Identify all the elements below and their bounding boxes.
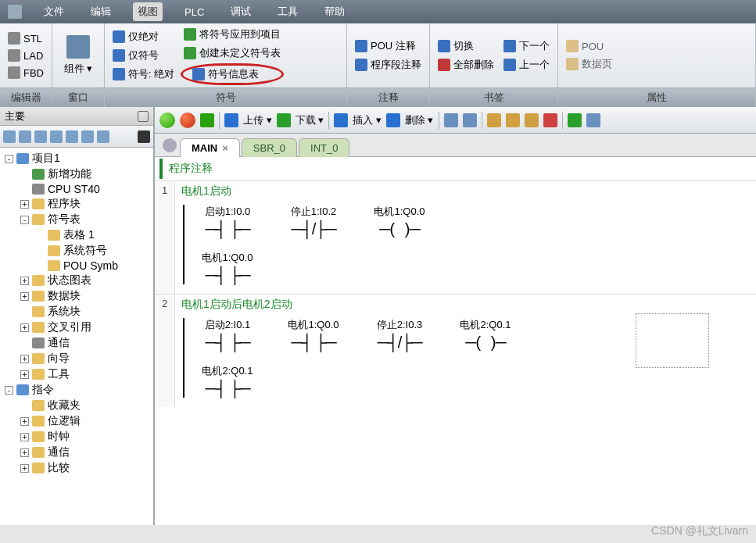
expand-icon[interactable]: + xyxy=(20,200,29,209)
tree-node[interactable]: 新增功能 xyxy=(2,166,152,182)
ladder-element[interactable]: 电机1:Q0.0─( )─ xyxy=(357,205,442,238)
tree-node[interactable]: -项目1 xyxy=(2,151,152,166)
ladder-element[interactable]: 停止1:I0.2─┤/├─ xyxy=(271,205,357,238)
component-button[interactable]: 组件 ▾ xyxy=(57,32,99,79)
expand-icon[interactable]: - xyxy=(5,386,13,395)
tree-node[interactable]: -指令 xyxy=(2,382,152,398)
tree-node[interactable]: +程序块 xyxy=(2,196,152,212)
next-bm-button[interactable]: 下一个 xyxy=(500,38,553,55)
ladder-element[interactable]: 电机2:Q0.1─┤ ├─ xyxy=(185,364,271,398)
expand-icon[interactable]: - xyxy=(5,155,13,163)
expand-icon[interactable]: + xyxy=(20,433,29,441)
project-tree[interactable]: -项目1新增功能CPU ST40+程序块-符号表表格 1系统符号POU Symb… xyxy=(0,148,153,525)
network-title[interactable]: 电机1启动后电机2启动 xyxy=(181,298,750,312)
ladder-element[interactable]: 电机1:Q0.0─┤ ├─ xyxy=(271,318,357,352)
toggle-bm-button[interactable]: 切换 xyxy=(435,38,497,55)
delete-button[interactable]: 删除 ▾ xyxy=(405,113,434,127)
abs-only-button[interactable]: 仅绝对 xyxy=(109,28,177,45)
menu-edit[interactable]: 编辑 xyxy=(86,2,116,21)
tab-main[interactable]: MAIN × xyxy=(180,138,240,157)
expand-icon[interactable]: + xyxy=(20,323,29,332)
tab-int0[interactable]: INT_0 xyxy=(299,138,349,157)
expand-icon[interactable]: + xyxy=(20,292,29,301)
stl-button[interactable]: STL xyxy=(5,30,47,46)
expand-icon[interactable]: + xyxy=(20,370,29,379)
apply-sym-button[interactable]: 将符号应用到项目 xyxy=(181,26,284,43)
menu-debug[interactable]: 调试 xyxy=(226,2,256,21)
tree-node[interactable]: +数据块 xyxy=(2,288,152,304)
program-comment[interactable]: 程序注释 xyxy=(159,159,751,179)
panel-btn-7[interactable] xyxy=(97,130,109,143)
fbd-button[interactable]: FBD xyxy=(5,65,47,80)
tree-node[interactable]: +位逻辑 xyxy=(2,413,152,429)
panel-btn-1[interactable] xyxy=(3,130,16,143)
ladder-element[interactable]: 启动2:I0.1─┤ ├─ xyxy=(185,318,271,352)
pin-icon[interactable] xyxy=(138,111,149,122)
tree-node[interactable]: 通信 xyxy=(2,335,152,351)
insert-button[interactable]: 插入 ▾ xyxy=(353,113,382,127)
program-area[interactable]: 程序注释 1电机1启动启动1:I0.0─┤ ├─停止1:I0.2─┤/├─电机1… xyxy=(155,157,756,525)
expand-icon[interactable]: + xyxy=(20,277,29,285)
expand-icon[interactable]: + xyxy=(20,448,29,457)
menu-tools[interactable]: 工具 xyxy=(273,2,303,21)
expand-icon[interactable]: - xyxy=(20,216,29,224)
menu-file[interactable]: 文件 xyxy=(39,2,69,21)
net-comment-button[interactable]: 程序段注释 xyxy=(352,56,425,73)
pou-comment-button[interactable]: POU 注释 xyxy=(352,38,425,55)
tree-node[interactable]: POU Symb xyxy=(2,259,152,273)
tree-node[interactable]: +状态图表 xyxy=(2,273,152,288)
panel-btn-3[interactable] xyxy=(34,130,47,143)
tb-7[interactable] xyxy=(568,113,582,127)
network-body[interactable]: 电机1启动启动1:I0.0─┤ ├─停止1:I0.2─┤/├─电机1:Q0.0─… xyxy=(175,181,756,294)
prev-bm-button[interactable]: 上一个 xyxy=(500,56,553,73)
check-button[interactable] xyxy=(200,113,214,127)
network-title[interactable]: 电机1启动 xyxy=(181,184,750,198)
create-sym-button[interactable]: 创建未定义符号表 xyxy=(181,45,284,62)
tb-5[interactable] xyxy=(525,113,539,127)
panel-btn-6[interactable] xyxy=(81,130,94,143)
expand-icon[interactable]: + xyxy=(20,464,29,473)
ladder[interactable]: 启动1:I0.0─┤ ├─停止1:I0.2─┤/├─电机1:Q0.0─( )─电… xyxy=(183,205,750,284)
tree-node[interactable]: 表格 1 xyxy=(2,227,152,243)
tree-node[interactable]: +比较 xyxy=(2,460,152,476)
upload-button[interactable]: 上传 ▾ xyxy=(243,113,272,127)
close-icon[interactable]: × xyxy=(222,142,228,154)
tb-3[interactable] xyxy=(487,113,501,127)
ladder-element[interactable]: 启动1:I0.0─┤ ├─ xyxy=(185,205,271,238)
tree-node[interactable]: +通信 xyxy=(2,445,152,460)
tree-node[interactable]: +工具 xyxy=(2,366,152,382)
tree-node[interactable]: 系统块 xyxy=(2,304,152,320)
tree-node[interactable]: 系统符号 xyxy=(2,243,152,259)
panel-btn-5[interactable] xyxy=(66,130,78,143)
tree-node[interactable]: CPU ST40 xyxy=(2,182,152,196)
tree-node[interactable]: -符号表 xyxy=(2,212,152,227)
expand-icon[interactable]: + xyxy=(20,417,29,426)
ladder-element[interactable]: 电机2:Q0.1─( )─ xyxy=(442,318,528,352)
stop-button[interactable] xyxy=(180,113,195,128)
tree-node[interactable]: +时钟 xyxy=(2,429,152,445)
tab-sbr0[interactable]: SBR_0 xyxy=(242,138,297,157)
pou-prop-button[interactable]: POU xyxy=(563,38,615,54)
menu-view[interactable]: 视图 xyxy=(133,2,163,21)
tb-1[interactable] xyxy=(444,113,458,127)
ladder-element[interactable]: 电机1:Q0.0─┤ ├─ xyxy=(185,251,271,284)
sym-abs-button[interactable]: 符号: 绝对 xyxy=(109,66,177,83)
tree-node[interactable]: 收藏夹 xyxy=(2,398,152,413)
run-button[interactable] xyxy=(159,113,175,128)
lad-button[interactable]: LAD xyxy=(5,48,47,63)
download-button[interactable]: 下载 ▾ xyxy=(296,113,324,127)
sym-info-button[interactable]: 符号信息表 xyxy=(189,66,262,83)
ladder-element[interactable]: 停止2:I0.3─┤/├─ xyxy=(357,318,442,352)
delete-all-bm-button[interactable]: 全部删除 xyxy=(435,56,497,73)
panel-btn-2[interactable] xyxy=(19,130,31,143)
tb-8[interactable] xyxy=(586,113,600,127)
expand-icon[interactable]: + xyxy=(20,355,29,363)
tb-6[interactable] xyxy=(543,113,557,127)
tab-scroll-left[interactable] xyxy=(163,138,177,152)
sym-only-button[interactable]: 仅符号 xyxy=(109,47,177,64)
menu-plc[interactable]: PLC xyxy=(180,4,209,20)
panel-btn-4[interactable] xyxy=(50,130,63,143)
tree-node[interactable]: +向导 xyxy=(2,351,152,366)
tb-4[interactable] xyxy=(506,113,520,127)
panel-btn-8[interactable] xyxy=(138,130,150,143)
